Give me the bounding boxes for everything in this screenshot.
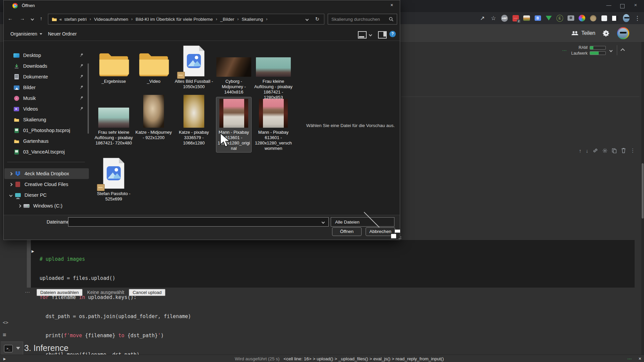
breadcrumb-segment[interactable]: Bild-KI im Überblick für viele Probleme [136, 17, 213, 22]
file-tile[interactable]: Stefan Passfoto - 525x699 [94, 156, 134, 202]
status-close-icon[interactable]: × [639, 356, 641, 361]
filename-input[interactable] [68, 217, 329, 227]
sidebar-item-documents[interactable]: Dokumente [4, 71, 89, 82]
new-folder-button[interactable]: Neuer Ordner [48, 31, 77, 37]
sidebar-item-photoshop-project[interactable]: 01_Photoshop.tscproj [4, 125, 89, 136]
status-play-icon[interactable]: ▶ [3, 357, 6, 361]
file-tile[interactable]: Altes Bild Fussball - 1050x1500 [174, 45, 214, 89]
sidebar-item-vanceai-project[interactable]: 03_VanceAl.tscproj [4, 146, 89, 157]
bookmark-star-icon[interactable]: ☆ [490, 15, 497, 21]
move-cell-up-icon[interactable]: ↑ [579, 148, 582, 154]
sidebar-item-desktop[interactable]: Desktop [4, 50, 89, 61]
adblock-extension-icon[interactable]: ABP [501, 15, 508, 21]
up-button[interactable]: ↑ [40, 15, 43, 21]
address-dropdown-icon[interactable] [306, 17, 309, 21]
mountain-extension-icon[interactable] [523, 15, 530, 21]
code-snippets-icon[interactable]: <> [3, 320, 8, 325]
resources-dropdown-icon[interactable] [609, 49, 612, 52]
red-extension-icon[interactable]: ⋯2 [512, 15, 519, 21]
file-tile[interactable]: Frau sehr kleine Auflösung - pixabay 186… [94, 97, 134, 146]
delete-cell-trash-icon[interactable] [621, 148, 626, 153]
minimize-button[interactable]: — [604, 2, 614, 8]
dialog-close-button[interactable]: × [387, 2, 396, 9]
view-mode-icon[interactable] [358, 31, 367, 39]
settings-gear-icon[interactable] [603, 30, 610, 37]
help-icon[interactable]: ? [389, 31, 396, 37]
sidebar-item-gartenhaus[interactable]: Gartenhaus [4, 136, 89, 146]
dialog-titlebar[interactable]: Öffnen × [4, 0, 400, 11]
sidebar-item-dropbox[interactable]: 4eck Media Dropbox [4, 168, 89, 179]
breadcrumb-segment[interactable]: Videoaufnahmen [94, 17, 128, 22]
forward-button[interactable]: → [20, 15, 25, 21]
profile-avatar[interactable] [623, 15, 630, 21]
view-mode-dropdown-icon[interactable] [369, 33, 372, 37]
filename-dropdown-icon[interactable] [322, 220, 325, 224]
expand-icon[interactable] [9, 183, 12, 186]
collapse-icon[interactable] [9, 193, 12, 197]
color-wheel-extension-icon[interactable] [579, 15, 585, 21]
address-bar[interactable]: « stefan petri› Videoaufnahmen› Bild-KI … [48, 14, 324, 24]
file-tile[interactable]: Katze - Midjourney - 922x1200 [133, 97, 174, 140]
resize-grip[interactable] [397, 235, 401, 239]
share-icon[interactable]: ↗ [479, 15, 486, 21]
sidebar-item-downloads[interactable]: Downloads [4, 61, 89, 71]
e-extension-icon[interactable]: E [556, 15, 563, 21]
sidebar-item-skalierung[interactable]: Skalierung [4, 114, 89, 125]
collapse-section-icon[interactable] [16, 347, 20, 350]
page-scrollbar[interactable] [641, 42, 644, 355]
camera-extension-icon[interactable] [568, 15, 574, 21]
move-cell-down-icon[interactable]: ↓ [586, 148, 589, 154]
b-tag-extension-icon[interactable]: B [534, 15, 541, 21]
refresh-icon[interactable]: ↻ [315, 16, 319, 22]
cancel-upload-button[interactable]: Cancel upload [129, 289, 165, 296]
execution-trace[interactable]: <cell line: 16> > upload() > _upload_fil… [283, 356, 444, 361]
expand-icon[interactable] [18, 204, 21, 207]
sidebar-item-videos[interactable]: ▶ Videos [4, 104, 89, 114]
file-tile[interactable]: Mann - Pixabay 613601 - 1280x1280_versch… [253, 97, 293, 151]
share-button[interactable]: Teilen [572, 30, 595, 36]
breadcrumb-segment[interactable]: stefan petri [64, 17, 87, 22]
scrollbar-thumb[interactable] [642, 163, 644, 219]
link-icon[interactable] [593, 148, 598, 153]
section-heading[interactable]: 3. Inference [16, 343, 68, 353]
collapse-header-icon[interactable] [621, 48, 625, 53]
back-button[interactable]: ← [8, 15, 13, 21]
recent-locations-icon[interactable] [31, 17, 34, 21]
file-tile[interactable]: _Ergebnisse [94, 45, 134, 84]
copy-cell-icon[interactable] [612, 148, 617, 153]
breadcrumb-segment[interactable]: Skalierung [242, 17, 263, 22]
organize-menu[interactable]: Organisieren [10, 31, 42, 37]
cell-settings-gear-icon[interactable] [602, 148, 607, 153]
page-artifact [391, 234, 396, 238]
browser-menu-icon[interactable]: ⋮ [634, 15, 641, 21]
paw-extension-icon[interactable] [590, 15, 596, 21]
filetype-select[interactable]: Alle Dateien [331, 217, 394, 227]
code-cell[interactable]: ▶ # upload images uploaded = files.uploa… [27, 240, 635, 288]
close-button[interactable]: × [631, 2, 641, 8]
command-palette-icon[interactable]: ≡ [3, 331, 6, 338]
sidebar-item-creative-cloud[interactable]: Creative Cloud Files [4, 179, 89, 190]
cell-more-icon[interactable]: ⋮ [630, 147, 635, 154]
sidebar-item-this-pc[interactable]: Dieser PC [4, 190, 89, 200]
sidebar-item-music[interactable]: ♪ Musik [4, 93, 89, 104]
sidebar-item-pictures[interactable]: Bilder [4, 82, 89, 93]
download-arrow-extension-icon[interactable] [545, 15, 552, 21]
open-button[interactable]: Öffnen [332, 227, 362, 236]
maximize-button[interactable] [620, 4, 625, 8]
file-tile[interactable]: _Video [133, 45, 174, 84]
puzzle-extensions-icon[interactable] [601, 15, 607, 21]
file-tile[interactable]: Cyborg - Midjourney - 1440x816 [214, 45, 254, 95]
sidebar-item-windows-c[interactable]: Windows (C:) [4, 200, 98, 211]
preview-pane-icon[interactable] [378, 31, 387, 39]
cancel-button[interactable]: Abbrechen [366, 227, 395, 236]
choose-files-button[interactable]: Dateien auswählen [37, 289, 83, 296]
account-avatar[interactable] [617, 27, 629, 39]
file-tile[interactable]: Katze - pixabay 3336579 - 1066x1280 [174, 97, 214, 146]
sidebar-scrollbar[interactable] [88, 63, 89, 134]
resource-monitor[interactable]: ⋯ RAM Laufwerk [562, 43, 639, 58]
file-tile[interactable]: Frau kleine Auflösung - pixabay 1867421 … [253, 45, 293, 100]
breadcrumb-segment[interactable]: _Bilder [220, 17, 234, 22]
expand-icon[interactable] [9, 172, 12, 175]
search-box[interactable]: Skalierung durchsuchen [328, 14, 397, 24]
split-screen-icon[interactable] [612, 15, 619, 21]
